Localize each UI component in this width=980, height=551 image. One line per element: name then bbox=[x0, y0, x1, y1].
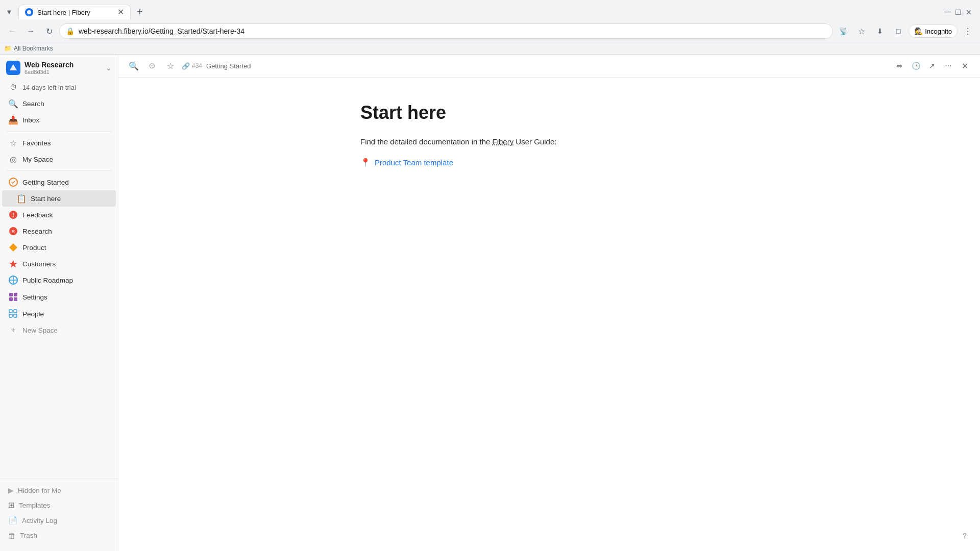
toolbar-more-button[interactable]: ··· bbox=[941, 59, 955, 73]
sidebar-activity-log-label: Activity Log bbox=[22, 517, 57, 524]
url-display: web-research.fibery.io/Getting_Started/S… bbox=[79, 27, 826, 35]
sidebar-item-inbox[interactable]: 📥 Inbox bbox=[2, 112, 116, 128]
sidebar-item-my-space[interactable]: ◎ My Space bbox=[2, 151, 116, 167]
link-icon: 🔗 bbox=[182, 62, 190, 70]
toolbar-history-button[interactable]: 🕐 bbox=[909, 59, 923, 73]
cast-button[interactable]: 📡 bbox=[835, 23, 851, 39]
sidebar-trash-label: Trash bbox=[20, 532, 37, 539]
breadcrumb: Getting Started bbox=[206, 62, 888, 70]
pin-icon: 📍 bbox=[360, 156, 371, 169]
workspace-name: Web Research bbox=[24, 61, 102, 69]
new-tab-button[interactable]: + bbox=[133, 4, 147, 20]
help-label: ? bbox=[963, 532, 967, 540]
incognito-button[interactable]: 🕵 Incognito bbox=[909, 24, 958, 38]
reload-button[interactable]: ↻ bbox=[41, 23, 57, 39]
trial-notice[interactable]: ⏱ 14 days left in trial bbox=[2, 79, 116, 95]
workspace-chevron-icon: ⌄ bbox=[106, 64, 112, 72]
sidebar-item-product[interactable]: Product bbox=[2, 239, 116, 256]
sidebar-item-customers[interactable]: Customers bbox=[2, 256, 116, 272]
back-button[interactable]: ← bbox=[4, 23, 20, 39]
sidebar-item-getting-started[interactable]: Getting Started bbox=[2, 174, 116, 190]
minimize-button[interactable]: ─ bbox=[944, 7, 951, 17]
sidebar-new-space-label: New Space bbox=[22, 327, 110, 334]
svg-rect-11 bbox=[14, 297, 17, 301]
trial-label: 14 days left in trial bbox=[22, 84, 76, 91]
sidebar-divider-2 bbox=[6, 170, 112, 171]
workspace-header[interactable]: Web Research 6ad8d3d1 ⌄ bbox=[0, 55, 118, 79]
sidebar-item-trash[interactable]: 🗑 Trash bbox=[2, 528, 116, 543]
tab-title: Start here | Fibery bbox=[37, 9, 113, 16]
trash-icon: 🗑 bbox=[8, 531, 16, 540]
forward-button[interactable]: → bbox=[22, 23, 39, 39]
svg-text:!: ! bbox=[12, 212, 14, 218]
tab-list-button[interactable]: ▼ bbox=[4, 7, 14, 17]
sidebar-getting-started-label: Getting Started bbox=[22, 179, 110, 186]
customers-icon bbox=[8, 259, 18, 269]
sidebar-search-label: Search bbox=[22, 100, 110, 108]
sidebar-item-people[interactable]: People bbox=[2, 306, 116, 322]
sidebar-item-activity-log[interactable]: 📄 Activity Log bbox=[2, 513, 116, 528]
toolbar-expand-button[interactable]: ⇔ bbox=[892, 59, 906, 73]
bookmark-button[interactable]: ☆ bbox=[853, 23, 870, 39]
close-window-button[interactable]: ✕ bbox=[966, 8, 972, 16]
app: Web Research 6ad8d3d1 ⌄ ⏱ 14 days left i… bbox=[0, 55, 980, 551]
sidebar-item-research[interactable]: R Research bbox=[2, 223, 116, 239]
new-space-icon: + bbox=[8, 325, 18, 335]
doc-user-guide-text: User Guide: bbox=[513, 137, 556, 146]
sidebar-item-new-space[interactable]: + New Space bbox=[2, 322, 116, 338]
sidebar-item-start-here[interactable]: 📋 Start here bbox=[2, 190, 116, 207]
lock-icon: 🔒 bbox=[66, 27, 75, 35]
sidebar-templates-label: Templates bbox=[19, 502, 51, 509]
browser-nav-bar: ← → ↻ 🔒 web-research.fibery.io/Getting_S… bbox=[0, 20, 980, 42]
svg-rect-8 bbox=[9, 293, 13, 296]
toolbar-close-button[interactable]: ✕ bbox=[958, 59, 972, 73]
sidebar-item-templates[interactable]: ⊞ Templates bbox=[2, 497, 116, 513]
trial-icon: ⏱ bbox=[8, 82, 18, 92]
sidebar-item-search[interactable]: 🔍 Search bbox=[2, 95, 116, 112]
svg-rect-15 bbox=[14, 314, 17, 317]
toolbar-emoji-button[interactable]: ☺ bbox=[145, 59, 159, 73]
search-icon: 🔍 bbox=[8, 98, 18, 109]
tab-close-button[interactable]: ✕ bbox=[117, 8, 124, 16]
download-button[interactable]: ⬇ bbox=[872, 23, 888, 39]
sidebar-item-public-roadmap[interactable]: Public Roadmap bbox=[2, 272, 116, 288]
sidebar-item-favorites[interactable]: ☆ Favorites bbox=[2, 135, 116, 151]
device-button[interactable]: □ bbox=[890, 23, 906, 39]
svg-rect-9 bbox=[14, 293, 17, 296]
incognito-icon: 🕵 bbox=[914, 27, 923, 35]
address-bar[interactable]: 🔒 web-research.fibery.io/Getting_Started… bbox=[59, 23, 833, 39]
sidebar: Web Research 6ad8d3d1 ⌄ ⏱ 14 days left i… bbox=[0, 55, 118, 551]
sidebar-item-feedback[interactable]: ! Feedback bbox=[2, 207, 116, 223]
toolbar-search-button[interactable]: 🔍 bbox=[127, 59, 141, 73]
doc-id: #34 bbox=[192, 62, 202, 69]
people-icon bbox=[8, 309, 18, 319]
doc-intro-paragraph: Find the detailed documentation in the F… bbox=[360, 136, 738, 148]
doc-id-area: 🔗 #34 bbox=[182, 62, 202, 70]
bookmarks-label: All Bookmarks bbox=[14, 45, 53, 52]
sidebar-item-hidden[interactable]: ▶ Hidden for Me bbox=[2, 483, 116, 497]
breadcrumb-label: Getting Started bbox=[206, 62, 251, 70]
template-link[interactable]: 📍 Product Team template bbox=[360, 156, 738, 169]
sidebar-item-settings[interactable]: Settings ··· + bbox=[2, 288, 116, 306]
inbox-icon: 📥 bbox=[8, 115, 18, 125]
settings-more-button[interactable]: ··· bbox=[89, 291, 100, 303]
extensions-button[interactable]: ⋮ bbox=[960, 23, 976, 39]
bookmarks-bar: 📁 All Bookmarks bbox=[0, 42, 980, 54]
document-area: Start here Find the detailed documentati… bbox=[320, 78, 779, 551]
active-browser-tab[interactable]: Start here | Fibery ✕ bbox=[18, 5, 131, 19]
doc-intro-text: Find the detailed documentation in the bbox=[360, 137, 493, 146]
content-area: 🔍 ☺ ☆ 🔗 #34 Getting Started ⇔ 🕐 ↗ ··· ✕ … bbox=[118, 55, 980, 551]
fibery-link: Fibery bbox=[493, 137, 514, 146]
workspace-info: Web Research 6ad8d3d1 bbox=[24, 61, 102, 75]
maximize-button[interactable]: ☐ bbox=[955, 8, 962, 16]
document-title: Start here bbox=[360, 102, 738, 123]
toolbar-share-button[interactable]: ↗ bbox=[925, 59, 939, 73]
settings-add-button[interactable]: + bbox=[101, 291, 110, 303]
favorites-icon: ☆ bbox=[8, 138, 18, 148]
settings-icon bbox=[8, 292, 18, 302]
help-button[interactable]: ? bbox=[958, 529, 972, 543]
svg-text:R: R bbox=[12, 229, 15, 234]
toolbar-star-button[interactable]: ☆ bbox=[163, 59, 178, 73]
svg-rect-12 bbox=[9, 310, 12, 313]
browser-title-bar: ▼ Start here | Fibery ✕ + ─ ☐ ✕ bbox=[0, 0, 980, 20]
